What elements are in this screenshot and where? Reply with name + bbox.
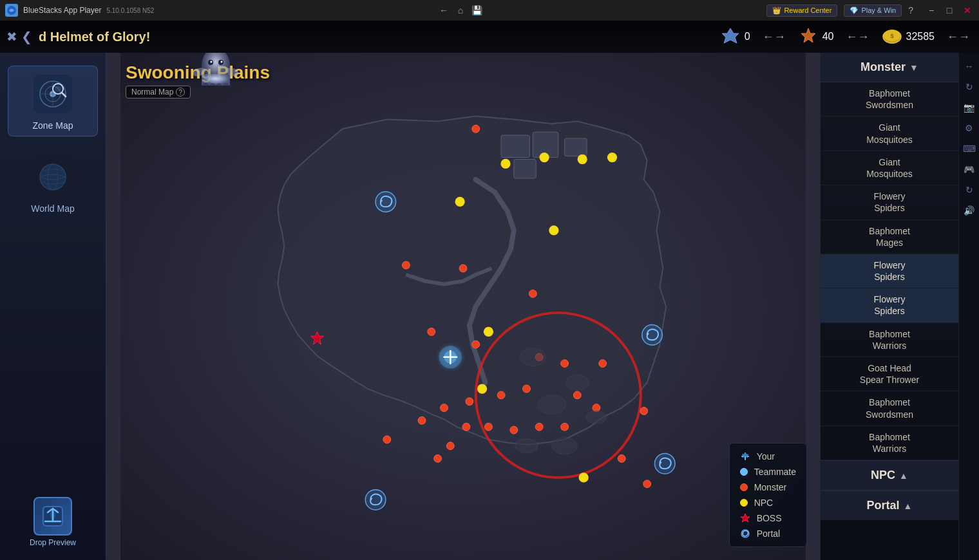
portal-header-title: Portal (867, 499, 900, 512)
toolbar-keyboard-btn[interactable]: ⌨ (961, 140, 978, 157)
monster-dot (740, 483, 748, 491)
toolbar-screenshot-btn[interactable]: 📷 (961, 99, 978, 116)
legend-boss-label: BOSS (757, 513, 782, 523)
svg-point-43 (484, 328, 493, 337)
help-icon[interactable]: ? (908, 5, 913, 15)
currency2-icon (798, 26, 819, 47)
list-item[interactable]: FlowerySpiders (821, 185, 958, 219)
svg-point-57 (573, 391, 581, 399)
svg-point-61 (535, 423, 543, 431)
svg-point-68 (529, 290, 537, 297)
list-item[interactable]: BaphometSwordsmen (821, 82, 958, 117)
zone-map-button[interactable]: Zone Map (8, 66, 98, 136)
portal-icon (740, 528, 750, 539)
back-icon[interactable]: ← (437, 4, 450, 17)
svg-point-70 (618, 454, 625, 462)
npc-section-header[interactable]: NPC ▲ (821, 460, 958, 490)
svg-point-12 (55, 86, 61, 92)
list-item[interactable]: BaphometWarriors (821, 323, 958, 357)
monster-section-header[interactable]: Monster ▼ (821, 53, 958, 82)
left-sidebar: Zone Map World Map (0, 53, 106, 560)
svg-point-22 (221, 61, 223, 63)
minimize-icon[interactable]: − (925, 5, 938, 15)
svg-point-78 (552, 438, 577, 454)
toolbar-settings-btn[interactable]: ⚙ (961, 120, 978, 136)
svg-point-42 (549, 226, 558, 235)
hud-expand-icon[interactable]: ✖ (6, 29, 17, 44)
save-icon[interactable]: 💾 (471, 4, 484, 17)
right-sidebar-scroll[interactable]: Monster ▼ BaphometSwordsmen GiantMosquit… (821, 53, 958, 560)
toolbar-controller-btn[interactable]: 🎮 (961, 161, 978, 178)
close-icon[interactable]: ✕ (961, 5, 974, 15)
reward-center-button[interactable]: 👑 Reward Center (766, 5, 837, 17)
maximize-icon[interactable]: □ (943, 5, 956, 15)
svg-point-65 (446, 442, 454, 450)
svg-point-71 (643, 480, 651, 488)
currency1-value: 0 (745, 31, 750, 42)
svg-point-34 (642, 325, 663, 346)
home-icon[interactable]: ⌂ (454, 4, 467, 17)
title-bar: BlueStacks App Player 5.10.0.1058 N52 ← … (0, 0, 979, 21)
crown-icon: 👑 (772, 6, 781, 15)
svg-point-35 (365, 490, 386, 510)
list-item[interactable]: GiantMosquitoes (821, 117, 958, 151)
list-item-goat-head[interactable]: Goat HeadSpear Thrower (821, 357, 958, 391)
right-sidebar: Monster ▼ BaphometSwordsmen GiantMosquit… (820, 53, 958, 560)
list-item-flowery-spiders-1[interactable]: FlowerySpiders (821, 254, 958, 288)
svg-point-66 (434, 454, 442, 462)
title-bar-subtitle: 5.10.0.1058 N52 (106, 7, 154, 14)
list-item[interactable]: BaphometMages (821, 220, 958, 254)
svg-rect-28 (514, 159, 536, 178)
svg-point-79 (515, 439, 538, 453)
legend: Your Teammate Monster NPC BOSS (729, 443, 807, 547)
currency3-value: 32585 (906, 31, 935, 42)
monster-list: BaphometSwordsmen GiantMosquitoes GiantM… (821, 82, 958, 460)
world-map-button[interactable]: World Map (8, 149, 98, 219)
toolbar-expand-btn[interactable]: ↔ (961, 58, 978, 75)
toolbar-refresh-btn[interactable]: ↻ (961, 79, 978, 95)
world-map-icon (30, 154, 75, 200)
portal-1 (375, 192, 396, 212)
svg-point-74 (520, 348, 546, 366)
portal-section-header[interactable]: Portal ▲ (821, 490, 958, 520)
toolbar-rotate-btn[interactable]: ↻ (961, 182, 978, 198)
svg-point-49 (472, 125, 480, 133)
legend-portal: Portal (740, 528, 796, 539)
hud-arrow-icon[interactable]: ❮ (21, 29, 32, 44)
help-badge-icon[interactable]: ? (176, 88, 185, 97)
svg-marker-2 (801, 28, 815, 42)
monster-header-title: Monster (860, 61, 906, 74)
zone-icon (190, 53, 242, 95)
map-container[interactable]: Swooning Plains Normal Map ? (106, 53, 820, 560)
play-win-label: Play & Win (861, 6, 896, 14)
play-win-button[interactable]: 💎 Play & Win (844, 5, 902, 17)
svg-rect-26 (501, 135, 529, 157)
svg-point-62 (510, 426, 518, 434)
svg-point-58 (593, 404, 600, 412)
svg-point-36 (654, 454, 675, 474)
list-item[interactable]: BaphometSwordsmen (821, 391, 958, 425)
diamond-icon: 💎 (850, 6, 859, 15)
hud-arrow-3: ←→ (947, 30, 970, 44)
drop-preview-icon (33, 497, 72, 536)
svg-marker-81 (741, 514, 750, 522)
svg-point-44 (478, 384, 487, 393)
hud-currency-1: 0 (720, 26, 750, 47)
toolbar-volume-btn[interactable]: 🔊 (961, 202, 978, 219)
hud-arrow-2: ←→ (846, 30, 870, 44)
svg-point-33 (375, 192, 396, 212)
window-controls: − □ ✕ (925, 5, 974, 15)
list-item[interactable]: BaphometWarriors (821, 426, 958, 460)
app-logo (5, 4, 18, 17)
portal-chevron-icon: ▲ (904, 501, 913, 511)
monster-chevron-icon: ▼ (909, 62, 918, 73)
svg-point-64 (462, 423, 470, 431)
currency2-value: 40 (822, 31, 834, 42)
svg-point-41 (608, 153, 617, 162)
list-item-flowery-spiders-2[interactable]: FlowerySpiders (821, 288, 958, 322)
reward-label: Reward Center (784, 6, 832, 14)
list-item[interactable]: GiantMosquitoes (821, 151, 958, 185)
svg-point-39 (540, 153, 549, 162)
svg-marker-1 (722, 28, 739, 43)
drop-preview-button[interactable]: Drop Preview (30, 497, 76, 547)
